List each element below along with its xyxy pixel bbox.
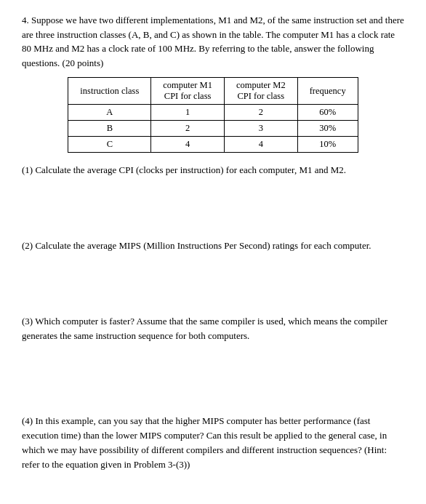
problem-text: Suppose we have two different implementa… (22, 15, 404, 68)
subquestion-3-text: Which computer is faster? Assume that th… (22, 316, 387, 341)
subquestion-4-text: In this example, can you say that the hi… (22, 415, 387, 470)
subquestion-1: (1) Calculate the average CPI (clocks pe… (22, 163, 404, 177)
col-header-frequency: frequency (297, 78, 358, 105)
subquestion-3-number: (3) (22, 316, 35, 327)
problem-intro: 4. Suppose we have two different impleme… (22, 13, 404, 70)
subquestion-2-block: (2) Calculate the average MIPS (Million … (22, 239, 404, 307)
subquestion-2-number: (2) (22, 240, 35, 251)
subquestion-4-block: (4) In this example, can you say that th… (22, 414, 404, 473)
cell-freq-a: 60% (297, 105, 358, 121)
col-header-instruction-class: instruction class (68, 78, 151, 105)
col-header-m1: computer M1CPI for class (151, 78, 225, 105)
subquestion-1-text: Calculate the average CPI (clocks per in… (35, 164, 346, 175)
cell-m1-a: 1 (151, 105, 225, 121)
subquestion-4-number: (4) (22, 415, 35, 426)
problem-number: 4. (22, 15, 29, 25)
cell-m2-b: 3 (224, 121, 297, 137)
subquestion-2: (2) Calculate the average MIPS (Million … (22, 239, 404, 253)
cell-class-a: A (68, 105, 151, 121)
answer-space-1 (22, 182, 404, 231)
cell-class-b: B (68, 121, 151, 137)
cell-m2-a: 2 (224, 105, 297, 121)
problem-container: 4. Suppose we have two different impleme… (22, 13, 404, 472)
table-wrapper: instruction class computer M1CPI for cla… (22, 77, 404, 153)
cell-freq-c: 10% (297, 137, 358, 153)
subquestion-2-text: Calculate the average MIPS (Million Inst… (35, 240, 371, 251)
col-header-m2: computer M2CPI for class (224, 78, 297, 105)
table-header-row: instruction class computer M1CPI for cla… (68, 78, 358, 105)
cell-class-c: C (68, 137, 151, 153)
cell-m1-c: 4 (151, 137, 225, 153)
subquestion-1-block: (1) Calculate the average CPI (clocks pe… (22, 163, 404, 231)
subquestion-3: (3) Which computer is faster? Assume tha… (22, 314, 404, 343)
answer-space-2 (22, 257, 404, 307)
table-row: B 2 3 30% (68, 121, 358, 137)
table-row: A 1 2 60% (68, 105, 358, 121)
table-row: C 4 4 10% (68, 137, 358, 153)
cell-m1-b: 2 (151, 121, 225, 137)
cpi-table: instruction class computer M1CPI for cla… (68, 77, 358, 153)
answer-space-3 (22, 348, 404, 407)
subquestion-4: (4) In this example, can you say that th… (22, 414, 404, 473)
subquestion-1-number: (1) (22, 164, 35, 175)
cell-m2-c: 4 (224, 137, 297, 153)
cell-freq-b: 30% (297, 121, 358, 137)
subquestion-3-block: (3) Which computer is faster? Assume tha… (22, 314, 404, 406)
